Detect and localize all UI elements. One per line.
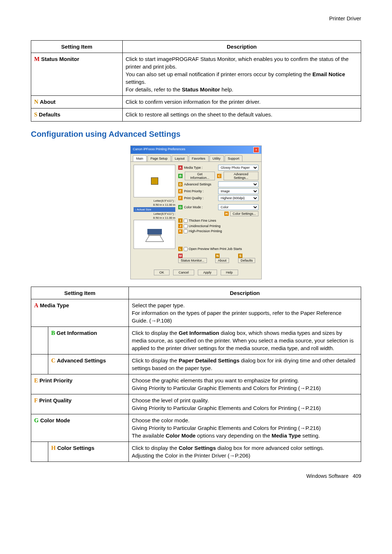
table-row: C Advanced SettingsClick to display the … (31, 354, 361, 374)
svg-line-3 (160, 236, 164, 242)
unidirectional-check[interactable] (184, 224, 188, 228)
settings-table-1: Setting Item Description M Status Monito… (31, 40, 361, 122)
print-quality-select[interactable]: Highest (600dpi) (218, 195, 258, 201)
dialog-actions: OK Cancel Apply Help (131, 267, 261, 279)
titlebar: Canon iPFxxxx Printing Preferences × (131, 146, 261, 154)
paper-label-1: Letter(8.5"x11") :8.50 in x 11.00 in (134, 199, 175, 207)
table-row: B Get InformationClick to display the Ge… (31, 327, 361, 354)
section-title: Configuration using Advanced Settings (31, 129, 361, 140)
dialog-screenshot: Canon iPFxxxx Printing Preferences × Mai… (130, 145, 262, 280)
adv-settings-button[interactable]: Advanced Settings... (224, 172, 258, 180)
high-precision-check[interactable] (184, 229, 188, 233)
about-button[interactable]: About (215, 258, 229, 263)
tab-layout[interactable]: Layout (172, 155, 188, 162)
table-row: M Status MonitorClick to start imagePROG… (31, 53, 361, 96)
page-footer: Windows Software 409 (31, 473, 361, 480)
th-desc: Description (129, 287, 361, 299)
table-row: N AboutClick to confirm version informat… (31, 96, 361, 108)
tab-support[interactable]: Support (225, 155, 243, 162)
open-preview-check[interactable] (184, 247, 188, 251)
color-settings-button[interactable]: Color Settings... (230, 211, 258, 216)
paper-label-2: Letter(8.5"x11") :8.50 in x 11.00 in (134, 212, 175, 220)
breadcrumb: Printer Driver (31, 15, 361, 22)
color-mode-select[interactable]: Color (218, 204, 258, 210)
media-type-select[interactable]: Glossy Photo Paper (218, 165, 258, 171)
tab-main[interactable]: Main (133, 155, 147, 162)
get-info-button[interactable]: Get Information... (185, 172, 215, 180)
preview-column: Letter(8.5"x11") :8.50 in x 11.00 in ↓ A… (134, 165, 175, 264)
footer-text: Windows Software (306, 473, 348, 479)
svg-line-2 (146, 236, 149, 242)
adv-settings-select[interactable] (218, 181, 258, 187)
table-row: F Print QualityChoose the level of print… (31, 394, 361, 414)
table-row: G Color ModeChoose the color mode.Giving… (31, 414, 361, 442)
table-row: A Media TypeSelect the paper type.For in… (31, 299, 361, 327)
close-icon[interactable]: × (253, 147, 259, 153)
apply-button[interactable]: Apply (198, 270, 217, 275)
actual-size-bar: ↓ Actual Size (134, 207, 175, 212)
tab-bar: MainPage SetupLayoutFavoritesUtilitySupp… (131, 154, 261, 162)
cancel-button[interactable]: Cancel (173, 270, 194, 275)
table-row: H Color SettingsClick to display the Col… (31, 442, 361, 462)
dialog-panel: Letter(8.5"x11") :8.50 in x 11.00 in ↓ A… (131, 162, 261, 267)
defaults-button[interactable]: Defaults (238, 258, 255, 263)
footer-page: 409 (353, 473, 361, 479)
tab-page-setup[interactable]: Page Setup (147, 155, 171, 162)
svg-rect-0 (147, 229, 162, 234)
th-setting: Setting Item (31, 41, 123, 53)
table-row: S DefaultsClick to restore all settings … (31, 108, 361, 121)
th-setting: Setting Item (31, 287, 129, 299)
status-monitor-button[interactable]: Status Monitor... (178, 258, 207, 263)
form-column: AMedia Type :Glossy Photo Paper BGet Inf… (178, 165, 258, 264)
thicken-lines-check[interactable] (184, 219, 188, 223)
page-preview (134, 165, 175, 197)
tab-utility[interactable]: Utility (209, 155, 224, 162)
print-priority-select[interactable]: Image (218, 188, 258, 194)
th-desc: Description (123, 41, 361, 53)
tab-favorites[interactable]: Favorites (189, 155, 209, 162)
help-button[interactable]: Help (221, 270, 238, 275)
printer-illustration (134, 220, 175, 249)
svg-rect-1 (148, 234, 161, 236)
settings-table-2: Setting Item Description A Media TypeSel… (31, 287, 361, 462)
table-row: E Print PriorityChoose the graphic eleme… (31, 374, 361, 394)
window-title: Canon iPFxxxx Printing Preferences (133, 147, 185, 153)
ok-button[interactable]: OK (154, 270, 170, 275)
